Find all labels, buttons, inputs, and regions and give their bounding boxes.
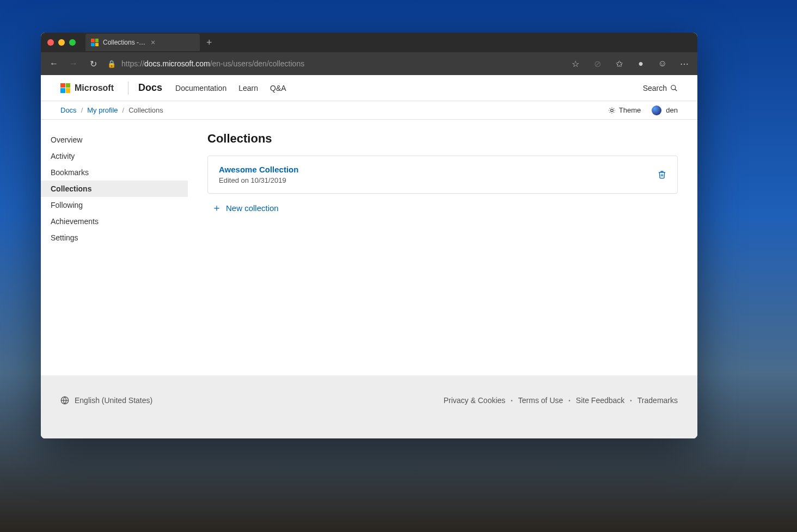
nav-qa[interactable]: Q&A <box>270 84 286 92</box>
plus-icon: ＋ <box>212 201 222 214</box>
tab-close-icon[interactable]: × <box>151 38 194 47</box>
new-collection-label: New collection <box>226 203 279 213</box>
search-label: Search <box>643 84 667 92</box>
forward-button[interactable]: → <box>68 59 79 69</box>
svg-point-0 <box>671 85 676 89</box>
sidebar-nav: Overview Activity Bookmarks Collections … <box>41 120 188 375</box>
breadcrumb-profile[interactable]: My profile <box>87 106 118 114</box>
user-menu[interactable]: den <box>652 106 678 115</box>
microsoft-logo-icon <box>60 83 70 93</box>
browser-tab[interactable]: Collections - den | Microsoft Do × <box>85 34 200 51</box>
window-close[interactable] <box>47 39 54 46</box>
new-collection-button[interactable]: ＋ New collection <box>207 201 279 214</box>
site-brand[interactable]: Docs <box>138 82 162 94</box>
divider <box>128 82 128 95</box>
nav-documentation[interactable]: Documentation <box>175 84 226 92</box>
sidebar-item-overview[interactable]: Overview <box>41 132 188 148</box>
new-tab-button[interactable]: + <box>206 37 212 48</box>
collection-card: Awesome Collection Edited on 10/31/2019 <box>207 156 678 194</box>
nav-learn[interactable]: Learn <box>238 84 258 92</box>
microsoft-logo[interactable]: Microsoft <box>60 83 114 93</box>
sidebar-item-collections[interactable]: Collections <box>41 181 188 197</box>
profile-icon[interactable]: ● <box>635 59 646 69</box>
page-body: Microsoft Docs Documentation Learn Q&A S… <box>41 75 697 438</box>
lock-icon: 🔒 <box>107 60 116 68</box>
browser-window: Collections - den | Microsoft Do × + ← →… <box>41 33 697 438</box>
window-minimize[interactable] <box>58 39 65 46</box>
page-title: Collections <box>207 132 678 146</box>
window-maximize[interactable] <box>69 39 76 46</box>
back-button[interactable]: ← <box>48 59 59 69</box>
theme-toggle[interactable]: Theme <box>608 106 641 114</box>
sidebar-item-bookmarks[interactable]: Bookmarks <box>41 164 188 181</box>
sidebar-item-settings[interactable]: Settings <box>41 230 188 246</box>
site-footer: English (United States) Privacy & Cookie… <box>41 375 697 438</box>
sidebar-item-following[interactable]: Following <box>41 197 188 213</box>
window-controls <box>47 39 76 46</box>
search-link[interactable]: Search <box>643 84 678 92</box>
globe-icon <box>60 396 69 405</box>
trash-icon <box>658 170 666 180</box>
favorite-icon[interactable]: ☆ <box>570 59 581 69</box>
collection-title-link[interactable]: Awesome Collection <box>219 165 658 174</box>
language-label: English (United States) <box>75 396 152 405</box>
site-top-nav: Microsoft Docs Documentation Learn Q&A S… <box>41 75 697 101</box>
svg-line-10 <box>614 108 614 108</box>
tab-favicon <box>91 39 99 46</box>
sidebar-item-activity[interactable]: Activity <box>41 148 188 164</box>
delete-collection-button[interactable] <box>658 170 666 180</box>
username: den <box>666 106 678 114</box>
svg-point-2 <box>610 109 613 112</box>
footer-trademarks[interactable]: Trademarks <box>637 396 678 405</box>
favorites-bar-icon[interactable]: ✩ <box>614 59 624 69</box>
feedback-icon[interactable]: ☺ <box>657 59 668 69</box>
svg-line-9 <box>610 112 610 113</box>
footer-feedback[interactable]: Site Feedback <box>576 396 625 405</box>
svg-line-7 <box>610 108 610 108</box>
tab-title: Collections - den | Microsoft Do <box>103 39 146 46</box>
browser-titlebar: Collections - den | Microsoft Do × + <box>41 33 697 52</box>
main-panel: Collections Awesome Collection Edited on… <box>188 120 697 375</box>
url-text: https://docs.microsoft.com/en-us/users/d… <box>121 59 304 68</box>
microsoft-wordmark: Microsoft <box>75 83 114 93</box>
menu-icon[interactable]: ⋯ <box>679 59 690 69</box>
avatar <box>652 106 661 115</box>
language-selector[interactable]: English (United States) <box>60 396 152 405</box>
breadcrumb-docs[interactable]: Docs <box>60 106 77 114</box>
search-icon <box>670 84 678 92</box>
breadcrumb-bar: Docs / My profile / Collections Theme de… <box>41 101 697 120</box>
collection-meta: Edited on 10/31/2019 <box>219 176 658 184</box>
theme-label: Theme <box>619 106 641 114</box>
reload-button[interactable]: ↻ <box>88 59 99 69</box>
footer-links: Privacy & Cookies • Terms of Use • Site … <box>444 396 678 405</box>
browser-toolbar: ← → ↻ 🔒 https://docs.microsoft.com/en-us… <box>41 52 697 75</box>
sun-icon <box>608 107 616 114</box>
tracking-icon[interactable]: ⊘ <box>592 59 603 69</box>
svg-line-1 <box>675 89 677 91</box>
sidebar-item-achievements[interactable]: Achievements <box>41 213 188 230</box>
footer-terms[interactable]: Terms of Use <box>518 396 563 405</box>
footer-privacy[interactable]: Privacy & Cookies <box>444 396 506 405</box>
svg-line-8 <box>614 112 614 113</box>
address-bar[interactable]: 🔒 https://docs.microsoft.com/en-us/users… <box>107 59 561 68</box>
breadcrumb-current: Collections <box>128 106 163 114</box>
content-area: Overview Activity Bookmarks Collections … <box>41 120 697 375</box>
